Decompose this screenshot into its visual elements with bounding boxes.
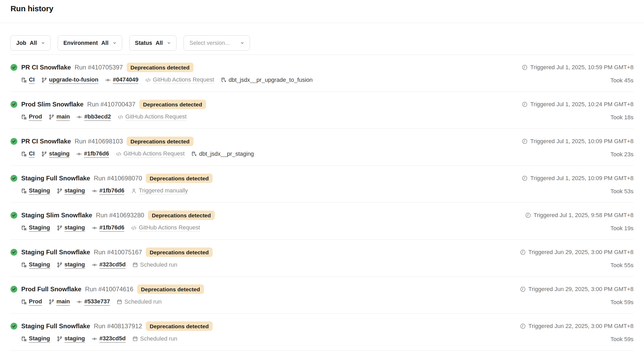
run-meta-code[interactable]: GitHub Actions Request bbox=[116, 150, 185, 158]
run-meta-label: Staging bbox=[29, 224, 50, 232]
deprecations-badge: Deprecations detected bbox=[127, 63, 194, 72]
branch-icon bbox=[49, 299, 54, 305]
run-meta-label: Scheduled run bbox=[140, 335, 177, 342]
branch-icon bbox=[41, 151, 47, 157]
run-meta-label: Scheduled run bbox=[140, 261, 177, 268]
run-row[interactable]: Prod Slim Snowflake Run #410700437 Depre… bbox=[10, 92, 634, 129]
run-meta-line: CIupgrade-to-fusion#0474049GitHub Action… bbox=[21, 76, 522, 84]
run-meta-environment[interactable]: CI bbox=[21, 76, 35, 84]
run-meta-commit[interactable]: #0474049 bbox=[105, 76, 138, 84]
filter-dropdown-job[interactable]: Job All bbox=[10, 35, 51, 51]
run-meta-commit[interactable]: #323cd5d bbox=[92, 335, 126, 343]
clock-icon bbox=[522, 175, 528, 181]
clock-icon bbox=[520, 249, 526, 255]
run-row[interactable]: Staging Full Snowflake Run #408137912 De… bbox=[10, 314, 634, 351]
run-meta-branch[interactable]: staging bbox=[57, 224, 85, 232]
run-meta-person[interactable]: Triggered manually bbox=[131, 187, 188, 195]
run-meta-environment[interactable]: Staging bbox=[21, 335, 50, 343]
commit-icon bbox=[92, 262, 97, 268]
run-side: Triggered Jul 1, 2025, 10:24 PM GMT+8 To… bbox=[522, 100, 634, 128]
environment-icon bbox=[21, 262, 27, 268]
run-triggered: Triggered Jul 1, 2025, 10:59 PM GMT+8 bbox=[522, 63, 634, 72]
filter-dropdown-environment[interactable]: Environment All bbox=[58, 35, 122, 51]
calendar-icon bbox=[132, 262, 138, 268]
run-meta-branch[interactable]: upgrade-to-fusion bbox=[41, 76, 98, 84]
run-meta-label: CI bbox=[29, 150, 35, 158]
run-job-name: Staging Full Snowflake bbox=[21, 249, 90, 256]
run-side: Triggered Jun 29, 2025, 3:00 PM GMT+8 To… bbox=[520, 284, 634, 313]
run-meta-branch[interactable]: main bbox=[49, 113, 70, 121]
run-meta-environment[interactable]: Prod bbox=[21, 298, 42, 306]
run-success-icon bbox=[10, 101, 17, 108]
run-row[interactable]: PR CI Snowflake Run #410705397 Deprecati… bbox=[10, 55, 634, 92]
run-meta-label: GitHub Actions Request bbox=[124, 150, 185, 158]
filter-label: Environment bbox=[63, 40, 98, 46]
run-meta-label: GitHub Actions Request bbox=[153, 76, 214, 84]
run-row[interactable]: Prod Full Snowflake Run #410074616 Depre… bbox=[10, 277, 634, 314]
run-triggered: Triggered Jul 1, 2025, 9:58 PM GMT+8 bbox=[525, 211, 634, 220]
environment-icon bbox=[21, 188, 27, 194]
run-meta-code[interactable]: GitHub Actions Request bbox=[131, 224, 200, 232]
run-job-name: Staging Full Snowflake bbox=[21, 322, 90, 330]
filter-value: All bbox=[101, 40, 108, 46]
filter-label: Status bbox=[135, 40, 152, 46]
run-meta-branch[interactable]: main bbox=[49, 298, 70, 306]
run-success-icon bbox=[10, 249, 17, 256]
environment-icon bbox=[21, 299, 27, 305]
run-meta-commit[interactable]: #533e737 bbox=[77, 298, 110, 306]
run-meta-code[interactable]: GitHub Actions Request bbox=[118, 113, 187, 121]
code-icon bbox=[118, 114, 123, 120]
code-icon bbox=[116, 151, 121, 157]
run-meta-environment[interactable]: CI bbox=[21, 150, 35, 158]
run-row[interactable]: Staging Slim Snowflake Run #410693280 De… bbox=[10, 203, 634, 240]
run-meta-branch[interactable]: staging bbox=[57, 187, 85, 195]
run-meta-branch[interactable]: staging bbox=[57, 261, 85, 269]
run-duration: Took 53s bbox=[610, 187, 634, 196]
run-meta-environment[interactable]: Staging bbox=[21, 224, 50, 232]
run-meta-branch[interactable]: staging bbox=[57, 335, 85, 343]
deprecations-badge: Deprecations detected bbox=[146, 248, 213, 257]
branch-icon bbox=[49, 114, 54, 120]
run-side: Triggered Jul 1, 2025, 9:58 PM GMT+8 Too… bbox=[525, 211, 634, 239]
run-meta-label: GitHub Actions Request bbox=[125, 113, 187, 121]
commit-icon bbox=[92, 188, 97, 194]
branch-icon bbox=[57, 225, 62, 231]
run-duration: Took 19s bbox=[610, 224, 634, 233]
run-meta-label: dbt_jsdx__pr_upgrade_to_fusion bbox=[229, 77, 313, 83]
run-meta-commit[interactable]: #1fb76d6 bbox=[92, 187, 124, 195]
run-meta-commit[interactable]: #323cd5d bbox=[92, 261, 126, 269]
run-title-line: Prod Slim Snowflake Run #410700437 Depre… bbox=[21, 100, 522, 109]
run-triggered-text: Triggered Jun 29, 2025, 3:00 PM GMT+8 bbox=[528, 249, 634, 256]
run-row[interactable]: Staging Full Snowflake Run #410075167 De… bbox=[10, 240, 634, 277]
run-meta-commit[interactable]: #bb3ecd2 bbox=[77, 113, 111, 121]
run-meta-commit[interactable]: #1fb76d6 bbox=[92, 224, 124, 232]
filter-value: Select version... bbox=[190, 40, 230, 46]
run-meta-label: upgrade-to-fusion bbox=[49, 76, 98, 84]
run-title-line: Prod Full Snowflake Run #410074616 Depre… bbox=[21, 284, 520, 294]
run-meta-code[interactable]: GitHub Actions Request bbox=[145, 76, 214, 84]
filter-dropdown-version[interactable]: Select version... bbox=[184, 35, 250, 51]
filter-dropdown-status[interactable]: Status All bbox=[129, 35, 176, 51]
run-job-name: Staging Slim Snowflake bbox=[21, 212, 92, 219]
run-meta-label: staging bbox=[65, 261, 85, 269]
run-meta-label: dbt_jsdx__pr_staging bbox=[199, 150, 254, 157]
page-header: Run history bbox=[0, 0, 644, 23]
run-meta-label: #533e737 bbox=[84, 298, 110, 306]
run-row[interactable]: Staging Full Snowflake Run #410698070 De… bbox=[10, 166, 634, 203]
run-meta-environment[interactable]: Staging bbox=[21, 261, 50, 269]
chevron-down-icon bbox=[113, 41, 116, 45]
person-icon bbox=[131, 188, 137, 194]
code-icon bbox=[131, 225, 137, 231]
run-number: Run #410700437 bbox=[87, 101, 135, 108]
run-job-name: Prod Full Snowflake bbox=[21, 286, 81, 293]
run-number: Run #408137912 bbox=[94, 322, 142, 330]
run-meta-commit[interactable]: #1fb76d6 bbox=[76, 150, 109, 158]
run-row[interactable]: PR CI Snowflake Run #410698103 Deprecati… bbox=[10, 129, 634, 166]
filter-label: Job bbox=[16, 40, 26, 46]
run-meta-label: main bbox=[56, 298, 70, 306]
run-meta-branch[interactable]: staging bbox=[41, 150, 69, 158]
run-job-name: Prod Slim Snowflake bbox=[21, 101, 83, 108]
run-meta-line: CIstaging#1fb76d6GitHub Actions Requestd… bbox=[21, 150, 522, 158]
run-meta-environment[interactable]: Staging bbox=[21, 187, 50, 195]
run-meta-environment[interactable]: Prod bbox=[21, 113, 42, 121]
